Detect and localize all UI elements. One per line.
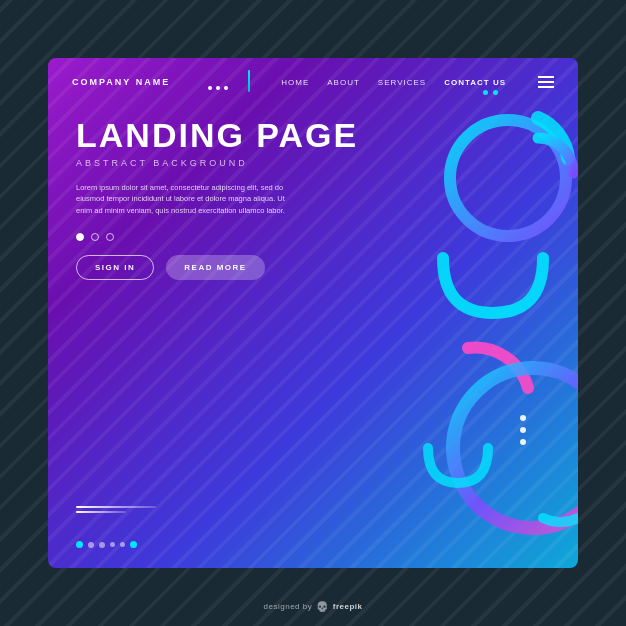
hamburger-menu-icon[interactable] — [538, 76, 554, 88]
nav-home[interactable]: HOME — [281, 78, 309, 87]
nav-services[interactable]: SERVICES — [378, 78, 426, 87]
hero-title: LANDING PAGE — [76, 118, 550, 154]
nav-contact[interactable]: CONTACT US — [444, 78, 506, 87]
bottom-pagination-dots — [48, 541, 137, 548]
bottom-dot-1 — [76, 541, 83, 548]
indicator-dot-2 — [91, 233, 99, 241]
svg-point-4 — [520, 439, 526, 445]
svg-point-3 — [520, 427, 526, 433]
teal-dot-1 — [483, 90, 488, 95]
nav-dot-3 — [224, 86, 228, 90]
bottom-dot-2 — [88, 542, 94, 548]
footer: designed by 💀 freepik — [264, 601, 363, 612]
landing-page-card: COMPANY NAME HOME ABOUT SERVICES CONTACT… — [48, 58, 578, 568]
nav-dot-1 — [208, 86, 212, 90]
nav-dots — [208, 86, 228, 90]
hero-subtitle: ABSTRACT BACKGROUND — [76, 158, 550, 168]
hero-description: Lorem ipsum dolor sit amet, consectetur … — [76, 182, 296, 217]
svg-point-1 — [453, 368, 578, 528]
indicator-dot-1 — [76, 233, 84, 241]
indicator-dot-3 — [106, 233, 114, 241]
teal-dots-nav — [483, 90, 498, 95]
accent-line-1 — [76, 506, 156, 508]
nav-about[interactable]: ABOUT — [327, 78, 360, 87]
footer-designed-by: designed by — [264, 602, 313, 611]
readmore-button[interactable]: READ MORE — [166, 255, 264, 280]
nav-links: HOME ABOUT SERVICES CONTACT US — [281, 76, 554, 88]
hero-buttons: SIGN IN READ MORE — [76, 255, 550, 280]
signin-button[interactable]: SIGN IN — [76, 255, 154, 280]
hero-content: LANDING PAGE ABSTRACT BACKGROUND Lorem i… — [48, 94, 578, 280]
nav-dot-2 — [216, 86, 220, 90]
indicator-dots — [76, 233, 550, 241]
nav-accent-line — [248, 70, 250, 92]
footer-skull-icon: 💀 — [316, 601, 329, 612]
bottom-dot-5 — [120, 542, 125, 547]
bottom-dot-3 — [99, 542, 105, 548]
bottom-dot-6 — [130, 541, 137, 548]
navbar: COMPANY NAME HOME ABOUT SERVICES CONTACT… — [48, 58, 578, 88]
footer-brand: freepik — [333, 602, 363, 611]
teal-dot-2 — [493, 90, 498, 95]
svg-point-2 — [520, 415, 526, 421]
bottom-dot-4 — [110, 542, 115, 547]
accent-line-2 — [76, 511, 126, 513]
